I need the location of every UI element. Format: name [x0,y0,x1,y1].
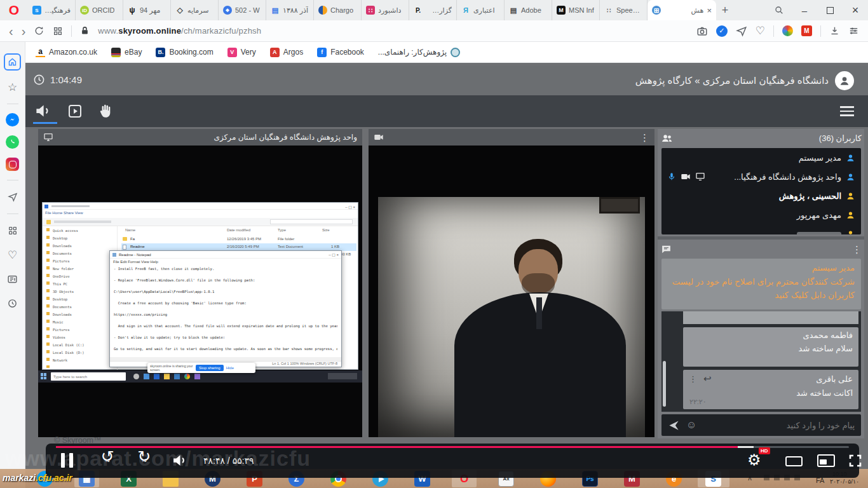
tab-orcid[interactable]: iDORCID [76,0,123,20]
download-icon[interactable] [829,25,840,36]
tune-icon[interactable] [848,25,859,36]
tab-sarmaye[interactable]: ◇سرمایه [171,0,219,20]
explorer-address-row [43,218,358,226]
timer-clock-icon [33,74,45,86]
tab-grid-icon[interactable] [5,223,20,238]
user-name-clipped [797,232,841,234]
bookmark-booking[interactable]: B.Booking.com [156,48,213,57]
bookmark-very[interactable]: VVery [227,48,256,57]
bookmark-argos[interactable]: AArgos [270,48,303,57]
url-text[interactable]: www.skyroom.online/ch/markazicfu/pzhsh [98,26,261,36]
speed-dial-home-icon[interactable] [4,53,21,71]
fullscreen-button[interactable] [848,453,863,468]
chat-message-area: فاطمه محمدی سلام ساخته شد علی باقری ↩ ⋮ … [661,311,861,412]
user-row-admin[interactable]: مدیر سیستم [661,148,861,167]
user-row-clipped[interactable] [661,224,861,234]
instagram-icon[interactable] [6,158,19,171]
chat-scrollbar[interactable] [663,361,666,407]
send-flow-icon[interactable] [736,25,747,37]
maximize-button[interactable] [817,0,843,20]
chat-bubble-icon [661,244,672,255]
tab-speeddial[interactable]: ∷Speed D [600,0,648,20]
media-player-button[interactable] [67,104,83,119]
extension-m-icon[interactable]: M [801,25,812,36]
tab-adobe[interactable]: ▤Adobe [505,0,552,20]
shield-badge-icon[interactable]: ✓ [716,25,728,37]
timer-value: 1:04:49 [50,74,82,85]
corner-watermark-suffix: .cfu.ac.ir [36,473,72,483]
my-flow-icon[interactable] [5,189,20,205]
tab-chargo[interactable]: Chargo [314,0,362,20]
search-icon[interactable] [766,0,792,20]
tray-date[interactable]: ۲۰۲۰/۰۵/۱۰ [830,478,859,485]
chat-message[interactable]: فاطمه محمدی سلام ساخته شد [683,327,858,367]
history-clock-icon[interactable] [5,295,20,311]
tab-favicon: ◆ [223,6,232,15]
tab-close-icon[interactable]: × [707,6,712,15]
back-icon[interactable]: ‹ [9,25,13,37]
chat-menu-dots[interactable]: ⋮ [852,245,862,254]
tab-farhangian[interactable]: Sفرهنگیان [28,0,76,20]
whatsapp-icon[interactable] [6,135,19,149]
bookmark-pazhuheshkar[interactable]: پژوهش‌کار: راهنمای... [378,48,460,57]
opera-logo[interactable]: O [0,3,28,18]
col-date: Date modified [227,228,250,232]
divider [7,214,18,214]
personal-news-heart-icon[interactable]: ♡ [5,247,20,262]
tab-skyroom-active[interactable]: ⊞ هش × [648,0,716,20]
tab-reports[interactable]: P.گزارش‌ها [409,0,457,20]
screen-share-icon [43,132,53,142]
emoji-icon[interactable]: ☺ [686,419,696,431]
reload-icon[interactable] [34,25,44,36]
tab-tiles-icon[interactable] [53,26,63,36]
tab-msn[interactable]: MMSN Inf [552,0,600,20]
tab-azar1388[interactable]: ▤آذر ۱۳۸۸ [266,0,314,20]
tab-favicon: ▤ [509,6,518,15]
bookmark-facebook[interactable]: fFacebook [317,48,364,57]
snapshot-camera-icon[interactable] [696,25,708,37]
tab-favicon: ∷ [366,6,375,15]
pinboard-star-icon[interactable]: ☆ [5,79,20,95]
webcam-menu-dots[interactable]: ⋮ [640,133,649,142]
tab-label: Speed D [616,6,642,14]
tab-label: هش [664,6,703,15]
extension-icon[interactable] [782,25,793,36]
tab-favicon: P. [414,6,423,15]
news-feed-icon[interactable] [5,271,20,287]
chat-input[interactable] [703,421,855,430]
divider [7,180,18,180]
user-row-alhosseini[interactable]: الحسینی ، پژوهش [661,186,861,205]
settings-gear-button[interactable]: ⚙HD [747,451,761,469]
theater-mode-button[interactable] [785,456,803,466]
avatar[interactable] [835,71,854,90]
minimize-button[interactable]: – [792,0,817,20]
explorer-titlebar: – ▢ × [43,203,358,210]
tab-mehr94[interactable]: ψمهر 94 [123,0,171,20]
user-row-mehrpour[interactable]: مهدی مهرپور [661,205,861,224]
pip-button[interactable] [817,454,835,467]
speaker-button[interactable] [34,102,51,119]
tab-etebari[interactable]: Яاعتباری [457,0,505,20]
message-menu-dots[interactable]: ⋮ [689,374,697,384]
menu-hamburger-icon[interactable] [840,106,854,116]
bookmark-heart-icon[interactable]: ♡ [756,24,765,37]
notepad-title: Readme - Notepad [119,253,151,257]
bookmark-amazon[interactable]: aAmazon.co.uk [36,48,97,57]
close-button[interactable]: × [843,0,868,20]
reply-icon[interactable]: ↩ [703,373,712,384]
tab-502[interactable]: ◆502 - W [219,0,266,20]
shared-start-icon [41,373,47,379]
messenger-icon[interactable] [6,113,19,126]
tab-dashboard[interactable]: ∷داشبورد [362,0,409,20]
new-tab-button[interactable]: + [716,0,734,20]
chat-message[interactable]: علی باقری ↩ ⋮ اکانت ساخته شد ۲۲:۲۰ [683,370,858,409]
tab-label: فرهنگیان [44,6,71,15]
forward-icon[interactable]: › [22,25,26,37]
user-row-presenter[interactable]: واحد پژوهش دانشگاه فرهنگیا... [661,167,861,186]
send-message-icon[interactable] [668,419,680,431]
hide-button: Hide [226,366,234,370]
raise-hand-button[interactable] [97,103,114,119]
bookmark-ebay[interactable]: eBay [111,48,142,57]
share-notification-bar: skyroom.online is sharing your screen. S… [147,363,255,373]
tab-favicon: ψ [128,6,137,15]
